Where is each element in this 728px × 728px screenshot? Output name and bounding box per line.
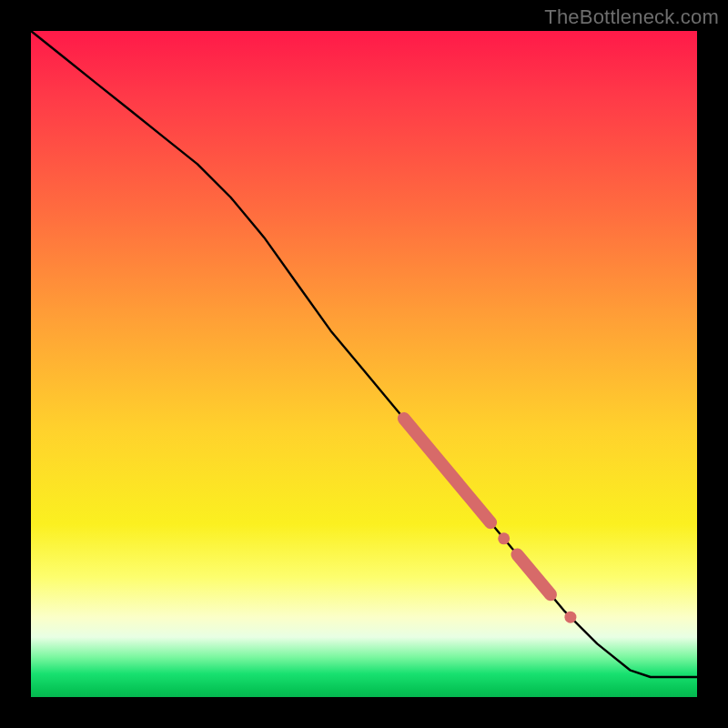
highlight-segment: [404, 419, 490, 522]
highlight-dot: [564, 612, 576, 623]
plot-area: [31, 31, 697, 697]
chart-stage: TheBottleneck.com: [0, 0, 728, 728]
highlight-segment: [517, 554, 551, 594]
watermark-text: TheBottleneck.com: [544, 5, 719, 29]
curve-layer: [31, 31, 697, 697]
highlight-dot: [498, 532, 510, 544]
main-curve: [31, 31, 697, 677]
highlight-layer: [404, 419, 577, 623]
